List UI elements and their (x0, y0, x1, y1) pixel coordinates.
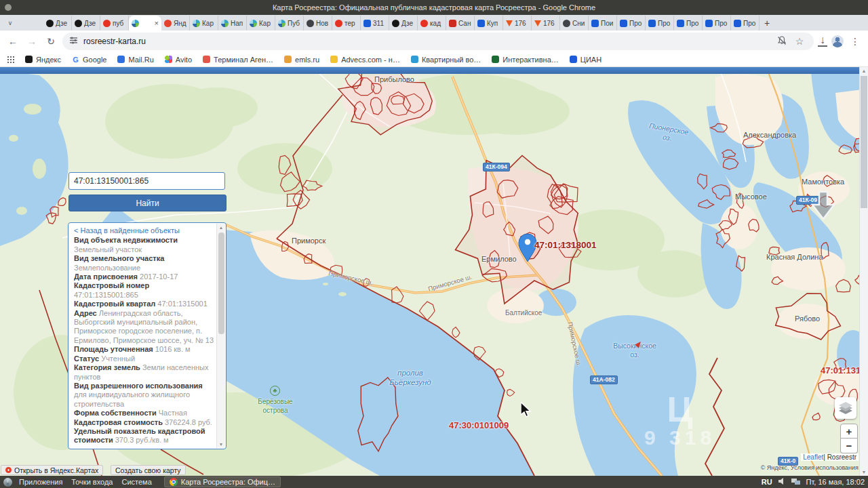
tab-кад[interactable]: кад (418, 16, 446, 30)
tab-Про[interactable]: Про (703, 16, 731, 30)
pinwheel-favicon-icon (278, 20, 285, 27)
bookmark-label: Яндекс (36, 56, 61, 64)
field-label: Кадастровый номер (74, 281, 149, 289)
back-to-results-link[interactable]: < Назад в найденные объекты (74, 226, 214, 235)
tab-Про[interactable]: Про (674, 16, 703, 30)
tab-Нап[interactable]: Нап (218, 16, 247, 30)
tab-тер[interactable]: тер (332, 16, 361, 30)
bookmark-Интерактивна…[interactable]: Интерактивна… (492, 56, 558, 64)
taskbar-menu-Приложения[interactable]: Приложения (19, 478, 62, 486)
zoom-in-button[interactable]: + (840, 424, 858, 439)
tab-Про[interactable]: Про (617, 16, 646, 30)
menu-icon[interactable]: ⋮ (848, 36, 863, 47)
tab-пуб[interactable]: пуб (100, 16, 129, 30)
tab-Пои[interactable]: Пои (589, 16, 617, 30)
applications-menu-icon[interactable] (3, 478, 12, 487)
search-input[interactable] (68, 172, 225, 190)
notifications-blocked-icon[interactable] (777, 36, 787, 47)
bookmark-Avito[interactable]: Avito (165, 56, 192, 64)
bookmark-favicon-icon (165, 56, 172, 63)
tab-Пуб[interactable]: Пуб (275, 16, 304, 30)
tab-Про[interactable]: Про (646, 16, 674, 30)
map-attribution: Leaflet | Rosreestr (801, 453, 859, 461)
bookmark-star-icon[interactable]: ☆ (792, 36, 807, 47)
tab-title: Про (629, 20, 642, 27)
find-button[interactable]: Найти (68, 195, 226, 211)
globe-favicon-icon (563, 20, 570, 27)
zoom-out-button[interactable]: − (840, 439, 858, 453)
layers-control[interactable] (835, 397, 856, 419)
taskbar-menu-Точки входа[interactable]: Точки входа (71, 478, 113, 486)
blue-a-favicon-icon (591, 20, 599, 27)
bookmark-Яндекс[interactable]: Яндекс (25, 56, 61, 64)
bookmark-Терминал Аген…[interactable]: Терминал Аген… (203, 56, 273, 64)
volume-icon[interactable] (778, 476, 786, 488)
panel-scrollbar[interactable]: ▲ ▼ (216, 224, 225, 448)
tab-176[interactable]: 176 (532, 16, 560, 30)
tab-Дзе[interactable]: Дзе (43, 16, 72, 30)
taskbar-menu-Система[interactable]: Система (121, 478, 151, 486)
dzen-favicon-icon (46, 20, 54, 27)
web-page: Ц 9 318 ПрибыловоПриморскЕрмиловоБалтийс… (0, 67, 868, 476)
new-tab-button[interactable]: + (760, 16, 774, 30)
tab-Нов[interactable]: Нов (304, 16, 332, 30)
bookmark-Advecs.com - н…[interactable]: Advecs.com - н… (330, 56, 400, 64)
tab-Дзе[interactable]: Дзе (389, 16, 418, 30)
field-label: Вид разрешенного использования (74, 382, 203, 390)
tab-title: Дзе (56, 20, 68, 27)
forward-button[interactable]: → (24, 36, 39, 47)
bookmark-label: Avito (176, 56, 192, 64)
create-own-map-button[interactable]: Создать свою карту (111, 465, 186, 475)
url-text[interactable]: rosreestr-karta.ru (83, 37, 772, 46)
tab-title: Кар (202, 20, 215, 27)
open-in-yandex-maps-button[interactable]: Открыть в Яндекс.Картах (1, 465, 103, 475)
page-scroll-down-icon[interactable]: ▼ (860, 470, 868, 474)
pinwheel-favicon-icon (250, 20, 257, 27)
panel-scrollbar-thumb[interactable] (218, 232, 224, 334)
tab-311[interactable]: 311 (361, 16, 389, 30)
browser-toolbar: ← → ↻ rosreestr-karta.ru ☆ ↓ ⋮ (0, 30, 868, 52)
bookmark-Mail.Ru[interactable]: Mail.Ru (117, 56, 153, 64)
scroll-up-icon[interactable]: ▲ (217, 225, 225, 230)
tab-title: Сни (572, 20, 585, 27)
url-bar[interactable]: rosreestr-karta.ru ☆ (62, 33, 814, 50)
tab-title: 176 (515, 20, 528, 27)
tab-Сан[interactable]: Сан (446, 16, 475, 30)
page-scrollbar-thumb[interactable] (861, 76, 867, 208)
page-scrollbar[interactable]: ▲ ▼ (859, 67, 868, 476)
bookmark-Google[interactable]: GGoogle (72, 56, 106, 64)
bookmark-ЦИАН[interactable]: ЦИАН (570, 56, 601, 64)
tab-Куп[interactable]: Куп (475, 16, 503, 30)
apps-grid-icon[interactable] (7, 56, 14, 63)
field-value: 1016 кв. м (155, 345, 191, 353)
globe-favicon-icon (307, 20, 314, 27)
page-scroll-up-icon[interactable]: ▲ (860, 68, 868, 73)
reload-button[interactable]: ↻ (43, 36, 58, 47)
taskbar-window-button[interactable]: Карта Росреестра: Офиц… (164, 476, 281, 487)
tab-current[interactable]: × (129, 16, 161, 30)
clock[interactable]: Пт, 16 мая, 18:02 (806, 478, 865, 486)
yandex-attribution[interactable]: © Яндекс, Условия использования (761, 464, 859, 471)
leaflet-link[interactable]: Leaflet (803, 453, 823, 461)
bookmark-Квартирный во…[interactable]: Квартирный во… (411, 56, 481, 64)
network-icon[interactable] (791, 476, 801, 488)
tab-search-chevron-icon[interactable]: ∨ (4, 16, 16, 30)
downloads-icon[interactable]: ↓ (818, 36, 827, 47)
site-settings-icon[interactable] (69, 36, 78, 47)
back-button[interactable]: ← (5, 36, 20, 47)
tab-Янд[interactable]: Янд (161, 16, 190, 30)
tab-Кар[interactable]: Кар (190, 16, 218, 30)
bookmark-emls.ru[interactable]: emls.ru (284, 56, 319, 64)
profile-avatar[interactable] (831, 35, 844, 47)
tab-Сни[interactable]: Сни (560, 16, 589, 30)
tab-Кар[interactable]: Кар (247, 16, 275, 30)
scroll-down-icon[interactable]: ▼ (217, 442, 225, 447)
tab-Про[interactable]: Про (731, 16, 760, 30)
keyboard-layout-indicator[interactable]: RU (762, 478, 772, 486)
tab-title: Кар (259, 20, 272, 27)
tab-title: пуб (113, 20, 125, 27)
tab-close-icon[interactable]: × (155, 19, 159, 27)
tab-176[interactable]: 176 (503, 16, 532, 30)
tab-Дзе[interactable]: Дзе (72, 16, 100, 30)
footer-button-label: Открыть в Яндекс.Картах (14, 466, 98, 474)
